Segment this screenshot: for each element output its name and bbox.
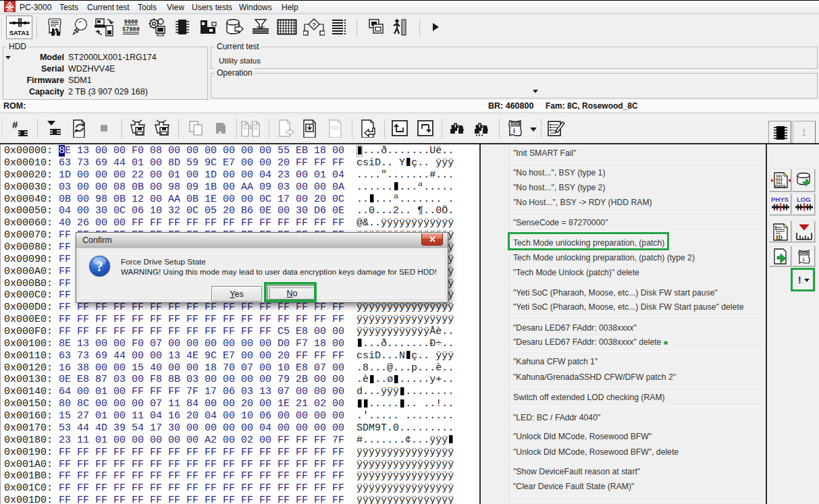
svg-text:i: i xyxy=(513,127,515,134)
svg-text:123: 123 xyxy=(331,125,339,130)
svg-text:OHOI: OHOI xyxy=(801,252,808,255)
svg-text:OHOI: OHOI xyxy=(512,122,521,127)
svg-text:LOG: LOG xyxy=(797,196,811,203)
svg-text:?: ? xyxy=(312,22,316,28)
svg-text:ID: ID xyxy=(776,234,783,241)
svg-text:10: 10 xyxy=(254,127,258,131)
svg-text:?: ? xyxy=(97,259,103,274)
svg-text:PHYS: PHYS xyxy=(771,196,789,203)
svg-text:#: # xyxy=(12,119,18,130)
svg-text:DATA: DATA xyxy=(775,184,786,188)
svg-text:10: 10 xyxy=(243,127,247,131)
